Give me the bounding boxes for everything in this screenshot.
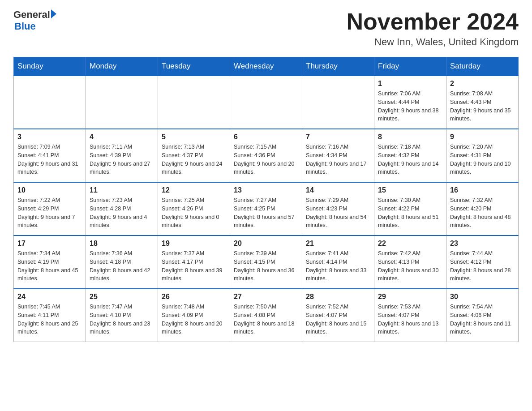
calendar-cell [14, 76, 86, 129]
calendar-cell: 23Sunrise: 7:44 AMSunset: 4:12 PMDayligh… [446, 235, 519, 289]
day-info: Sunrise: 7:16 AMSunset: 4:34 PMDaylight:… [306, 143, 370, 176]
day-info: Sunrise: 7:09 AMSunset: 4:41 PMDaylight:… [17, 143, 82, 176]
calendar-cell: 14Sunrise: 7:29 AMSunset: 4:23 PMDayligh… [302, 182, 374, 235]
day-info: Sunrise: 7:30 AMSunset: 4:22 PMDaylight:… [378, 196, 442, 230]
title-section: November 2024 New Inn, Wales, United Kin… [347, 9, 519, 48]
day-info: Sunrise: 7:52 AMSunset: 4:07 PMDaylight:… [306, 303, 370, 336]
day-info: Sunrise: 7:25 AMSunset: 4:26 PMDaylight:… [162, 196, 226, 230]
day-number: 4 [90, 133, 154, 141]
calendar-cell: 2Sunrise: 7:08 AMSunset: 4:43 PMDaylight… [446, 76, 519, 129]
day-info: Sunrise: 7:41 AMSunset: 4:14 PMDaylight:… [306, 249, 370, 283]
calendar-cell: 28Sunrise: 7:52 AMSunset: 4:07 PMDayligh… [302, 289, 374, 342]
day-info: Sunrise: 7:27 AMSunset: 4:25 PMDaylight:… [234, 196, 298, 230]
day-number: 13 [234, 186, 298, 194]
day-info: Sunrise: 7:34 AMSunset: 4:19 PMDaylight:… [17, 249, 82, 283]
calendar-cell: 11Sunrise: 7:23 AMSunset: 4:28 PMDayligh… [86, 182, 158, 235]
day-number: 5 [162, 133, 226, 141]
day-info: Sunrise: 7:39 AMSunset: 4:15 PMDaylight:… [234, 249, 298, 283]
day-number: 26 [162, 293, 226, 301]
calendar-cell: 7Sunrise: 7:16 AMSunset: 4:34 PMDaylight… [302, 129, 374, 182]
week-row-4: 17Sunrise: 7:34 AMSunset: 4:19 PMDayligh… [14, 235, 519, 289]
logo-blue-text: Blue [14, 21, 56, 32]
day-number: 23 [450, 240, 515, 248]
calendar-cell: 10Sunrise: 7:22 AMSunset: 4:29 PMDayligh… [14, 182, 86, 235]
calendar-cell: 29Sunrise: 7:53 AMSunset: 4:07 PMDayligh… [374, 289, 446, 342]
day-info: Sunrise: 7:06 AMSunset: 4:44 PMDaylight:… [378, 90, 442, 123]
calendar-cell [158, 76, 230, 129]
day-info: Sunrise: 7:44 AMSunset: 4:12 PMDaylight:… [450, 249, 515, 283]
week-row-5: 24Sunrise: 7:45 AMSunset: 4:11 PMDayligh… [14, 289, 519, 342]
day-number: 15 [378, 186, 442, 194]
day-info: Sunrise: 7:45 AMSunset: 4:11 PMDaylight:… [17, 303, 82, 336]
calendar-cell: 18Sunrise: 7:36 AMSunset: 4:18 PMDayligh… [86, 235, 158, 289]
day-number: 18 [90, 240, 154, 248]
calendar-cell: 4Sunrise: 7:11 AMSunset: 4:39 PMDaylight… [86, 129, 158, 182]
day-number: 14 [306, 186, 370, 194]
month-year-title: November 2024 [347, 9, 519, 34]
calendar-cell: 19Sunrise: 7:37 AMSunset: 4:17 PMDayligh… [158, 235, 230, 289]
day-number: 16 [450, 186, 515, 194]
day-info: Sunrise: 7:13 AMSunset: 4:37 PMDaylight:… [162, 143, 226, 176]
day-info: Sunrise: 7:47 AMSunset: 4:10 PMDaylight:… [90, 303, 154, 336]
day-number: 2 [450, 80, 515, 88]
calendar-cell: 5Sunrise: 7:13 AMSunset: 4:37 PMDaylight… [158, 129, 230, 182]
weekday-header-tuesday: Tuesday [158, 57, 230, 76]
page-header: General Blue November 2024 New Inn, Wale… [13, 9, 519, 48]
calendar-cell: 25Sunrise: 7:47 AMSunset: 4:10 PMDayligh… [86, 289, 158, 342]
day-number: 12 [162, 186, 226, 194]
day-info: Sunrise: 7:53 AMSunset: 4:07 PMDaylight:… [378, 303, 442, 336]
calendar-cell: 9Sunrise: 7:20 AMSunset: 4:31 PMDaylight… [446, 129, 519, 182]
week-row-3: 10Sunrise: 7:22 AMSunset: 4:29 PMDayligh… [14, 182, 519, 235]
calendar-cell: 24Sunrise: 7:45 AMSunset: 4:11 PMDayligh… [14, 289, 86, 342]
day-info: Sunrise: 7:50 AMSunset: 4:08 PMDaylight:… [234, 303, 298, 336]
calendar-cell: 22Sunrise: 7:42 AMSunset: 4:13 PMDayligh… [374, 235, 446, 289]
calendar-cell: 21Sunrise: 7:41 AMSunset: 4:14 PMDayligh… [302, 235, 374, 289]
day-number: 21 [306, 240, 370, 248]
calendar-table: SundayMondayTuesdayWednesdayThursdayFrid… [13, 57, 519, 342]
calendar-cell: 1Sunrise: 7:06 AMSunset: 4:44 PMDaylight… [374, 76, 446, 129]
weekday-header-sunday: Sunday [14, 57, 86, 76]
week-row-1: 1Sunrise: 7:06 AMSunset: 4:44 PMDaylight… [14, 76, 519, 129]
day-info: Sunrise: 7:32 AMSunset: 4:20 PMDaylight:… [450, 196, 515, 230]
day-number: 22 [378, 240, 442, 248]
day-number: 25 [90, 293, 154, 301]
weekday-header-row: SundayMondayTuesdayWednesdayThursdayFrid… [14, 57, 519, 76]
day-info: Sunrise: 7:37 AMSunset: 4:17 PMDaylight:… [162, 249, 226, 283]
day-number: 10 [17, 186, 82, 194]
calendar-cell: 26Sunrise: 7:48 AMSunset: 4:09 PMDayligh… [158, 289, 230, 342]
day-number: 28 [306, 293, 370, 301]
weekday-header-friday: Friday [374, 57, 446, 76]
day-info: Sunrise: 7:22 AMSunset: 4:29 PMDaylight:… [17, 196, 82, 230]
day-number: 20 [234, 240, 298, 248]
logo-arrow-icon [51, 9, 56, 18]
calendar-cell: 30Sunrise: 7:54 AMSunset: 4:06 PMDayligh… [446, 289, 519, 342]
day-number: 30 [450, 293, 515, 301]
day-number: 3 [17, 133, 82, 141]
logo-general-text: General [13, 9, 50, 21]
calendar-cell: 15Sunrise: 7:30 AMSunset: 4:22 PMDayligh… [374, 182, 446, 235]
calendar-cell [230, 76, 302, 129]
calendar-cell: 8Sunrise: 7:18 AMSunset: 4:32 PMDaylight… [374, 129, 446, 182]
day-info: Sunrise: 7:08 AMSunset: 4:43 PMDaylight:… [450, 90, 515, 123]
day-number: 7 [306, 133, 370, 141]
calendar-cell: 3Sunrise: 7:09 AMSunset: 4:41 PMDaylight… [14, 129, 86, 182]
weekday-header-thursday: Thursday [302, 57, 374, 76]
day-number: 24 [17, 293, 82, 301]
day-number: 1 [378, 80, 442, 88]
day-info: Sunrise: 7:15 AMSunset: 4:36 PMDaylight:… [234, 143, 298, 176]
location-subtitle: New Inn, Wales, United Kingdom [347, 36, 519, 48]
calendar-cell: 27Sunrise: 7:50 AMSunset: 4:08 PMDayligh… [230, 289, 302, 342]
day-info: Sunrise: 7:48 AMSunset: 4:09 PMDaylight:… [162, 303, 226, 336]
day-number: 6 [234, 133, 298, 141]
day-number: 8 [378, 133, 442, 141]
calendar-cell: 16Sunrise: 7:32 AMSunset: 4:20 PMDayligh… [446, 182, 519, 235]
calendar-cell: 6Sunrise: 7:15 AMSunset: 4:36 PMDaylight… [230, 129, 302, 182]
weekday-header-saturday: Saturday [446, 57, 519, 76]
day-info: Sunrise: 7:36 AMSunset: 4:18 PMDaylight:… [90, 249, 154, 283]
calendar-cell: 12Sunrise: 7:25 AMSunset: 4:26 PMDayligh… [158, 182, 230, 235]
day-number: 17 [17, 240, 82, 248]
day-info: Sunrise: 7:54 AMSunset: 4:06 PMDaylight:… [450, 303, 515, 336]
day-number: 19 [162, 240, 226, 248]
calendar-cell: 13Sunrise: 7:27 AMSunset: 4:25 PMDayligh… [230, 182, 302, 235]
day-info: Sunrise: 7:29 AMSunset: 4:23 PMDaylight:… [306, 196, 370, 230]
